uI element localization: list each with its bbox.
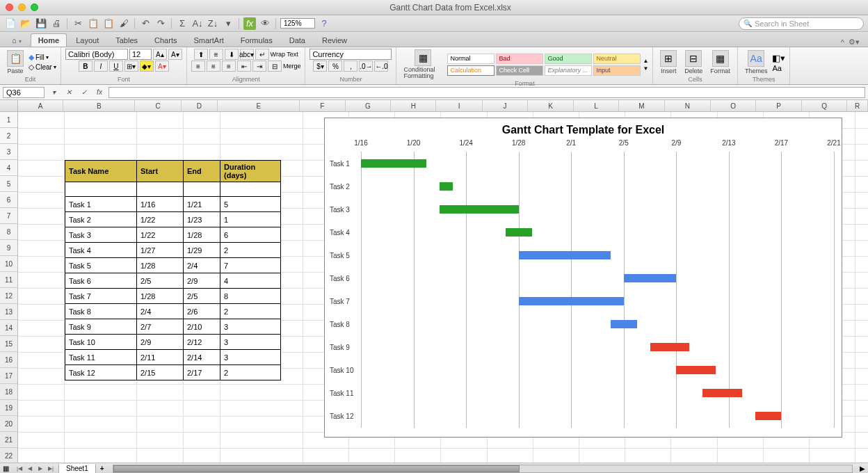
format-cells-button[interactable]: ▦Format [707, 49, 733, 75]
table-row[interactable]: Task 62/52/94 [65, 273, 281, 289]
redo-icon[interactable]: ↷ [154, 17, 167, 30]
row-header-6[interactable]: 6 [0, 192, 17, 208]
bold-button[interactable]: B [79, 61, 93, 72]
table-row[interactable]: Task 122/152/172 [65, 365, 281, 380]
table-header[interactable]: Start [137, 161, 184, 182]
table-header[interactable]: End [184, 161, 220, 182]
table-row[interactable]: Task 112/112/143 [65, 350, 281, 365]
increase-indent-icon[interactable]: ⇥ [252, 61, 266, 72]
save-icon[interactable]: 💾 [35, 17, 47, 30]
style-scroll-down-icon[interactable]: ▼ [643, 65, 648, 72]
spreadsheet-grid[interactable]: ABCDEFGHIJKLMNOPQR 123456789101112131415… [0, 100, 868, 463]
col-header-D[interactable]: D [182, 100, 218, 111]
close-window-button[interactable] [6, 3, 13, 11]
table-header[interactable]: Duration (days) [220, 161, 281, 182]
align-middle-icon[interactable]: ≡ [209, 49, 223, 60]
zoom-input[interactable] [280, 18, 315, 29]
merge-button[interactable]: ⊟ [268, 61, 282, 72]
gantt-bar[interactable] [519, 251, 611, 259]
orientation-icon[interactable]: abc▾ [240, 49, 254, 60]
col-header-F[interactable]: F [300, 100, 345, 111]
table-row[interactable]: Task 11/161/215 [65, 197, 281, 212]
sort-desc-icon[interactable]: Z↓ [207, 17, 219, 30]
col-header-O[interactable]: O [711, 100, 756, 111]
row-header-13[interactable]: 13 [0, 304, 17, 320]
fill-color-button[interactable]: ◆▾ [140, 61, 154, 72]
views-icon[interactable]: ▦ [0, 465, 12, 472]
theme-fonts-button[interactable]: Aa [772, 64, 785, 72]
font-color-button[interactable]: A▾ [155, 61, 169, 72]
row-header-3[interactable]: 3 [0, 144, 17, 160]
accept-formula-icon[interactable]: ✓ [78, 87, 90, 98]
style-bad[interactable]: Bad [496, 54, 543, 64]
row-header-8[interactable]: 8 [0, 224, 17, 240]
data-table[interactable]: Task NameStartEndDuration (days) Task 11… [65, 160, 281, 380]
col-header-N[interactable]: N [665, 100, 711, 111]
row-header-20[interactable]: 20 [0, 416, 17, 432]
row-header-21[interactable]: 21 [0, 432, 17, 448]
row-header-11[interactable]: 11 [0, 272, 17, 288]
delete-cells-button[interactable]: ⊟Delete [682, 49, 705, 75]
sheet-tab-sheet1[interactable]: Sheet1 [58, 464, 96, 474]
row-header-16[interactable]: 16 [0, 352, 17, 368]
ribbon-tab-review[interactable]: Review [314, 33, 355, 47]
row-header-2[interactable]: 2 [0, 128, 17, 144]
cancel-formula-icon[interactable]: ✕ [63, 87, 75, 98]
filter-icon[interactable]: ▾ [222, 17, 234, 30]
col-header-J[interactable]: J [483, 100, 528, 111]
name-box[interactable] [3, 87, 45, 98]
fx-button[interactable]: fx [93, 87, 106, 98]
ribbon-tab-layout[interactable]: Layout [68, 33, 106, 47]
copy-icon[interactable]: 📋 [87, 17, 99, 30]
align-left-icon[interactable]: ≡ [191, 61, 205, 72]
formula-input[interactable] [108, 87, 865, 98]
align-top-icon[interactable]: ⬆ [194, 49, 208, 60]
clear-icon[interactable]: ◇ [29, 63, 34, 72]
wrap-text-label[interactable]: Wrap Text [271, 51, 298, 58]
open-file-icon[interactable]: 📂 [19, 17, 32, 30]
style-good[interactable]: Good [545, 54, 592, 64]
gantt-bar[interactable] [519, 297, 624, 305]
table-header[interactable]: Task Name [65, 161, 137, 182]
row-header-1[interactable]: 1 [0, 112, 17, 128]
help-icon[interactable]: ? [318, 17, 330, 30]
col-header-H[interactable]: H [391, 100, 436, 111]
cut-icon[interactable]: ✂ [72, 17, 84, 30]
align-bottom-icon[interactable]: ⬇ [225, 49, 239, 60]
paste-button[interactable]: 📋 Paste [4, 49, 26, 75]
italic-button[interactable]: I [94, 61, 108, 72]
style-calculation[interactable]: Calculation [447, 65, 495, 76]
gantt-bar[interactable] [624, 274, 677, 282]
print-icon[interactable]: 🖨 [50, 17, 63, 30]
table-row[interactable]: Task 92/72/103 [65, 319, 281, 335]
row-header-15[interactable]: 15 [0, 336, 17, 352]
number-format-select[interactable] [310, 49, 392, 60]
ribbon-collapse-icon[interactable]: ^ [841, 38, 844, 47]
row-header-17[interactable]: 17 [0, 368, 17, 384]
table-row[interactable]: Task 51/282/47 [65, 258, 281, 273]
table-row[interactable]: Task 41/271/292 [65, 243, 281, 258]
gantt-bar[interactable] [755, 412, 782, 420]
row-header-12[interactable]: 12 [0, 288, 17, 304]
ribbon-tab-menu[interactable]: ⌂▾ [4, 33, 29, 47]
comma-icon[interactable]: , [344, 61, 357, 72]
autosum-icon[interactable]: Σ [176, 17, 188, 30]
gantt-bar[interactable] [440, 182, 453, 191]
undo-icon[interactable]: ↶ [139, 17, 152, 30]
decrease-font-icon[interactable]: A▾ [168, 49, 182, 60]
maximize-window-button[interactable] [31, 3, 38, 11]
fill-label[interactable]: Fill [35, 54, 45, 61]
col-header-M[interactable]: M [619, 100, 664, 111]
col-header-L[interactable]: L [574, 100, 619, 111]
col-header-I[interactable]: I [436, 100, 482, 111]
row-header-7[interactable]: 7 [0, 208, 17, 224]
fill-icon[interactable]: ◆ [29, 53, 34, 62]
show-formula-icon[interactable]: 👁 [259, 17, 271, 30]
row-header-10[interactable]: 10 [0, 256, 17, 272]
col-header-R[interactable]: R [847, 100, 868, 111]
insert-cells-button[interactable]: ⊞Insert [657, 49, 680, 75]
row-header-4[interactable]: 4 [0, 160, 17, 176]
style-neutral[interactable]: Neutral [593, 54, 641, 64]
gantt-bar[interactable] [611, 320, 637, 328]
scroll-right-icon[interactable]: ▶ [857, 465, 868, 472]
